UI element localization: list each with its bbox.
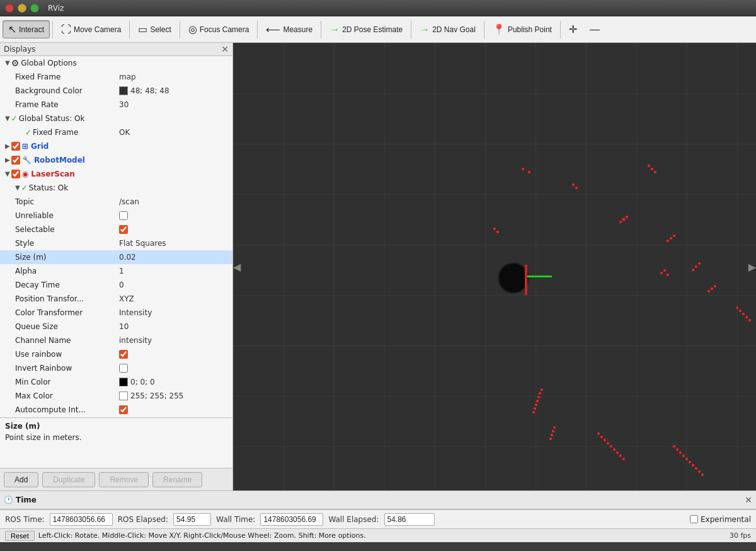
autocompute-label: Autocompute Int...: [15, 405, 86, 414]
tree-row-use-rainbow[interactable]: Use rainbow: [0, 347, 232, 361]
tree-row-style[interactable]: Style Flat Squares: [0, 236, 232, 250]
tree-row-color-transformer[interactable]: Color Transformer Intensity: [0, 306, 232, 320]
focus-camera-button[interactable]: ◎ Focus Camera: [183, 20, 255, 38]
remove-button[interactable]: Remove: [99, 472, 149, 487]
tree-row-unreliable[interactable]: Unreliable: [0, 209, 232, 223]
experimental-checkbox[interactable]: [690, 515, 698, 523]
tree-row-queue-size[interactable]: Queue Size 10: [0, 320, 232, 334]
maximize-button[interactable]: [30, 4, 39, 13]
expand-laserscan[interactable]: ▼: [5, 170, 10, 177]
tree-row-channel-name[interactable]: Channel Name intensity: [0, 334, 232, 347]
wall-elapsed-label: Wall Elapsed:: [328, 515, 379, 524]
time-clock-icon: 🕐: [4, 496, 13, 504]
wall-time-label: Wall Time:: [216, 515, 255, 524]
robot-direction-arrow: [527, 276, 552, 277]
nav-goal-icon: →: [420, 24, 430, 35]
decay-time-label: Decay Time: [15, 281, 60, 289]
viewport-arrow-left[interactable]: ◀: [233, 261, 241, 273]
tree-row-fixed-frame[interactable]: Fixed Frame map: [0, 70, 232, 84]
tree-row-global-status[interactable]: ▼ ✓ Global Status: Ok: [0, 112, 232, 125]
tree-row-topic[interactable]: Topic /scan: [0, 195, 232, 209]
tree-row-background-color[interactable]: Background Color 48; 48; 48: [0, 84, 232, 98]
grid-overlay: [233, 43, 756, 490]
add-toolbar-button[interactable]: ✛: [563, 20, 583, 38]
fps-display: 30 fps: [730, 531, 751, 540]
separator-5: [321, 21, 321, 38]
publish-point-button[interactable]: 📍 Publish Point: [487, 20, 558, 38]
main-content: Displays ✕ ▼ ⚙ Global Options Fixed Fram…: [0, 43, 756, 490]
tree-row-autocompute[interactable]: Autocompute Int...: [0, 403, 232, 417]
time-bar: 🕐 Time ✕: [0, 490, 756, 509]
robotmodel-checkbox[interactable]: [11, 156, 20, 165]
tree-row-position-transformer[interactable]: Position Transfor... XYZ: [0, 292, 232, 306]
position-transformer-value: XYZ: [119, 294, 134, 303]
laserscan-checkbox[interactable]: [11, 170, 20, 178]
max-color-label: Max Color: [15, 392, 53, 400]
interact-label: Interact: [19, 25, 44, 34]
tree-row-laserscan[interactable]: ▼ ◉ LaserScan: [0, 167, 232, 181]
move-camera-button[interactable]: ⛶ Move Camera: [55, 21, 127, 38]
background-color-value: 48; 48; 48: [130, 86, 169, 95]
global-status-label: Global Status: Ok: [19, 114, 85, 123]
expand-global-status[interactable]: ▼: [5, 115, 10, 122]
nav-goal-button[interactable]: → 2D Nav Goal: [414, 21, 481, 38]
tree-row-max-color[interactable]: Max Color 255; 255; 255: [0, 389, 232, 403]
tree-row-invert-rainbow[interactable]: Invert Rainbow: [0, 361, 232, 375]
displays-close-button[interactable]: ✕: [221, 45, 229, 54]
global-options-icon: ⚙: [11, 58, 20, 68]
min-color-value: 0; 0; 0: [130, 378, 155, 386]
use-rainbow-label: Use rainbow: [15, 350, 62, 359]
expand-laserscan-status[interactable]: ▼: [15, 184, 20, 191]
position-transformer-label: Position Transfor...: [15, 294, 84, 303]
max-color-value: 255; 255; 255: [130, 392, 183, 400]
tree-row-fixed-frame-status[interactable]: ✓ Fixed Frame OK: [0, 125, 232, 139]
select-button[interactable]: ▭ Select: [132, 20, 176, 38]
separator-6: [411, 21, 411, 38]
separator-4: [257, 21, 258, 38]
plus-icon: ✛: [569, 23, 577, 35]
minimize-button[interactable]: [18, 4, 26, 13]
interact-button[interactable]: ↖ Interact: [3, 20, 50, 38]
expand-grid[interactable]: ▶: [5, 142, 10, 149]
add-button[interactable]: Add: [4, 472, 38, 487]
channel-name-label: Channel Name: [15, 336, 71, 345]
use-rainbow-checkbox[interactable]: [119, 350, 128, 359]
unreliable-checkbox[interactable]: [119, 211, 128, 220]
tree-row-global-options[interactable]: ▼ ⚙ Global Options: [0, 56, 232, 70]
time-close-button[interactable]: ✕: [745, 495, 752, 505]
invert-rainbow-checkbox[interactable]: [119, 364, 128, 373]
reset-button[interactable]: Reset: [5, 531, 35, 541]
ros-time-input[interactable]: [50, 513, 113, 526]
rename-button[interactable]: Rename: [152, 472, 202, 487]
measure-button[interactable]: ⟵ Measure: [260, 20, 318, 38]
expand-robotmodel[interactable]: ▶: [5, 156, 10, 163]
close-button[interactable]: [5, 4, 14, 13]
tree-row-laserscan-status[interactable]: ▼ ✓ Status: Ok: [0, 181, 232, 195]
selectable-checkbox[interactable]: [119, 225, 128, 234]
duplicate-button[interactable]: Duplicate: [42, 472, 95, 487]
pose-estimate-button[interactable]: → 2D Pose Estimate: [324, 21, 408, 38]
tree-row-frame-rate[interactable]: Frame Rate 30: [0, 98, 232, 112]
wall-elapsed-input[interactable]: [384, 513, 435, 526]
tree-row-decay-time[interactable]: Decay Time 0: [0, 278, 232, 292]
expand-global-options[interactable]: ▼: [5, 59, 10, 66]
tree-row-alpha[interactable]: Alpha 1: [0, 264, 232, 278]
autocompute-checkbox[interactable]: [119, 405, 128, 414]
separator-7: [484, 21, 484, 38]
experimental-label: Experimental: [701, 515, 751, 524]
tree-row-size[interactable]: Size (m) 0.02: [0, 250, 232, 264]
wall-time-input[interactable]: [260, 513, 323, 526]
minus-toolbar-button[interactable]: —: [584, 21, 605, 38]
grid-checkbox[interactable]: [11, 142, 20, 151]
tree-row-selectable[interactable]: Selectable: [0, 223, 232, 236]
tree-row-min-color[interactable]: Min Color 0; 0; 0: [0, 375, 232, 389]
ros-elapsed-input[interactable]: [173, 513, 211, 526]
description-title: Size (m): [5, 422, 227, 431]
tree-row-robotmodel[interactable]: ▶ 🔧 RobotModel: [0, 153, 232, 167]
viewport-arrow-right[interactable]: ▶: [748, 261, 756, 273]
tree-row-grid[interactable]: ▶ ⊞ Grid: [0, 139, 232, 153]
viewport[interactable]: ◀ ▶: [233, 43, 756, 490]
selectable-label: Selectable: [15, 225, 55, 234]
pose-estimate-icon: →: [329, 24, 340, 35]
fixed-frame-value: map: [119, 72, 136, 81]
